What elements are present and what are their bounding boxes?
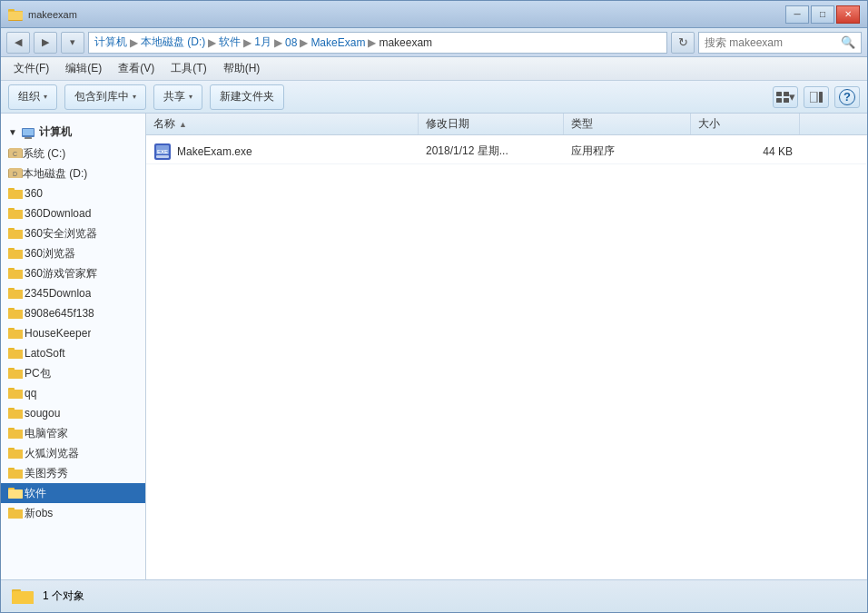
menu-tools[interactable]: 工具(T)	[163, 59, 213, 78]
title-bar: makeexam ─ □ ✕	[1, 1, 867, 28]
view-chevron: ▾	[789, 90, 795, 104]
folder-icon	[8, 247, 23, 260]
col-header-size[interactable]: 大小	[691, 114, 800, 134]
share-button[interactable]: 共享 ▾	[153, 84, 202, 110]
include-chevron: ▾	[133, 93, 136, 101]
folder-label: 360	[25, 187, 43, 200]
title-folder-icon	[8, 8, 23, 21]
sidebar-item-16[interactable]: 新obs	[1, 503, 145, 523]
svg-rect-60	[8, 450, 23, 459]
svg-rect-30	[8, 250, 23, 259]
sidebar: ▼ 计算机 C 系统 (C:)	[1, 114, 146, 579]
sidebar-item-11[interactable]: sougou	[1, 403, 145, 423]
close-button[interactable]: ✕	[836, 5, 860, 24]
breadcrumb-makeexam-folder[interactable]: MakeExam	[311, 36, 365, 49]
sidebar-item-drive-d[interactable]: D 本地磁盘 (D:)	[1, 163, 145, 183]
svg-rect-63	[8, 470, 23, 479]
refresh-button[interactable]: ↻	[671, 32, 695, 54]
sidebar-item-6[interactable]: 8908e645f138	[1, 303, 145, 323]
sidebar-item-9[interactable]: PC包	[1, 363, 145, 383]
sidebar-item-15[interactable]: 软件	[1, 483, 145, 503]
folder-icon	[8, 207, 23, 220]
sidebar-item-8[interactable]: LatoSoft	[1, 343, 145, 363]
svg-rect-12	[23, 129, 34, 135]
folder-icon	[8, 387, 23, 400]
menu-view[interactable]: 查看(V)	[111, 59, 162, 78]
svg-rect-11	[25, 137, 32, 139]
sidebar-item-4[interactable]: 360游戏管家辉	[1, 263, 145, 283]
sidebar-computer-label: 计算机	[39, 124, 72, 140]
breadcrumb-january[interactable]: 1月	[254, 35, 271, 50]
folder-icon	[8, 287, 23, 300]
folder-icon	[8, 347, 23, 360]
expand-icon: ▼	[8, 127, 17, 137]
file-rows: EXE MakeExam.exe 2018/1/12 星期... 应用程序 44…	[146, 139, 867, 164]
col-header-name[interactable]: 名称 ▲	[146, 114, 419, 134]
breadcrumb-bar[interactable]: 计算机 ▶ 本地磁盘 (D:) ▶ 软件 ▶ 1月 ▶ 08 ▶ MakeExa…	[88, 32, 667, 54]
sidebar-item-drive-c[interactable]: C 系统 (C:)	[1, 143, 145, 163]
folder-label: LatoSoft	[25, 347, 65, 360]
sidebar-item-12[interactable]: 电脑管家	[1, 423, 145, 443]
menu-edit[interactable]: 编辑(E)	[58, 59, 109, 78]
minimize-button[interactable]: ─	[785, 5, 809, 24]
sidebar-item-14[interactable]: 美图秀秀	[1, 463, 145, 483]
col-header-type[interactable]: 类型	[564, 114, 691, 134]
breadcrumb-drive-d[interactable]: 本地磁盘 (D:)	[141, 35, 205, 50]
svg-rect-21	[8, 190, 23, 199]
include-library-button[interactable]: 包含到库中 ▾	[64, 84, 146, 110]
file-icon: EXE	[153, 143, 172, 161]
dropdown-button[interactable]: ▾	[61, 32, 84, 54]
menu-help[interactable]: 帮助(H)	[216, 59, 268, 78]
svg-rect-66	[8, 489, 23, 499]
sidebar-drive-c-label: 系统 (C:)	[23, 146, 65, 162]
drive-d-icon: D	[8, 167, 23, 180]
explorer-window: makeexam ─ □ ✕ ◀ ▶ ▾ 计算机 ▶ 本地磁盘 (D:) ▶ 软…	[0, 0, 868, 613]
forward-button[interactable]: ▶	[34, 32, 57, 54]
sidebar-item-2[interactable]: 360安全浏览器	[1, 223, 145, 243]
sidebar-item-5[interactable]: 2345Downloa	[1, 283, 145, 303]
maximize-button[interactable]: □	[811, 5, 834, 24]
pane-icon	[810, 92, 823, 103]
view-icon	[776, 92, 789, 103]
folder-label: qq	[25, 387, 36, 400]
file-list-container[interactable]: 名称 ▲ 修改日期 类型 大小 EXE	[146, 114, 867, 579]
address-bar: ◀ ▶ ▾ 计算机 ▶ 本地磁盘 (D:) ▶ 软件 ▶ 1月 ▶ 08 ▶ M…	[1, 28, 867, 57]
sidebar-item-7[interactable]: HouseKeeper	[1, 323, 145, 343]
menu-bar: 文件(F) 编辑(E) 查看(V) 工具(T) 帮助(H)	[1, 57, 867, 81]
toolbar: 组织 ▾ 包含到库中 ▾ 共享 ▾ 新建文件夹 ▾	[1, 81, 867, 114]
title-bar-controls: ─ □ ✕	[785, 5, 860, 24]
svg-rect-51	[8, 390, 23, 399]
search-input[interactable]	[705, 36, 841, 49]
col-header-date[interactable]: 修改日期	[419, 114, 564, 134]
folder-icon	[8, 467, 23, 480]
menu-file[interactable]: 文件(F)	[6, 59, 56, 78]
sidebar-item-3[interactable]: 360浏览器	[1, 243, 145, 263]
svg-rect-36	[8, 290, 23, 299]
svg-rect-39	[8, 310, 23, 319]
new-folder-button[interactable]: 新建文件夹	[210, 84, 284, 110]
sidebar-item-1[interactable]: 360Download	[1, 203, 145, 223]
back-button[interactable]: ◀	[6, 32, 30, 54]
drive-c-icon: C	[8, 147, 23, 160]
folder-label: 360游戏管家辉	[25, 266, 97, 282]
svg-text:C: C	[13, 151, 17, 157]
breadcrumb-computer[interactable]: 计算机	[94, 35, 127, 50]
view-toggle-button[interactable]: ▾	[773, 86, 798, 108]
organize-button[interactable]: 组织 ▾	[8, 84, 57, 110]
folder-label: PC包	[25, 366, 51, 381]
breadcrumb-software[interactable]: 软件	[219, 35, 241, 50]
folder-label: 软件	[25, 486, 46, 501]
sidebar-item-13[interactable]: 火狐浏览器	[1, 443, 145, 463]
preview-pane-button[interactable]	[804, 86, 829, 108]
help-button[interactable]: ?	[834, 86, 860, 108]
sidebar-item-10[interactable]: qq	[1, 383, 145, 403]
folder-icon	[8, 487, 23, 499]
search-icon[interactable]: 🔍	[841, 35, 855, 49]
table-row[interactable]: EXE MakeExam.exe 2018/1/12 星期... 应用程序 44…	[146, 139, 867, 164]
folder-icon	[8, 507, 23, 519]
breadcrumb-08[interactable]: 08	[285, 36, 297, 49]
sidebar-item-0[interactable]: 360	[1, 183, 145, 203]
sidebar-computer-section[interactable]: ▼ 计算机	[1, 121, 145, 143]
folder-label: 2345Downloa	[25, 287, 91, 300]
svg-rect-72	[156, 155, 169, 158]
